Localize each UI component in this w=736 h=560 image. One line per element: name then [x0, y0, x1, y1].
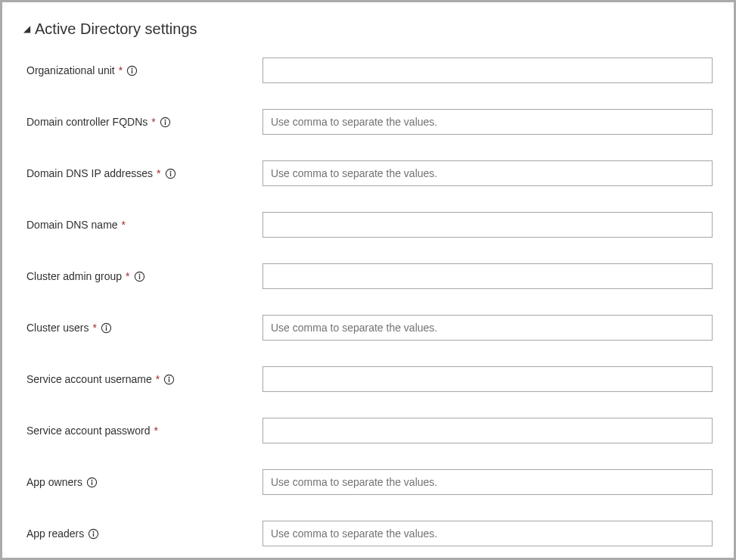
- domain-dns-ip-addresses-input[interactable]: [262, 160, 713, 186]
- row-domain-controller-fqdns: Domain controller FQDNs *: [23, 109, 713, 135]
- svg-rect-11: [138, 275, 139, 279]
- label-area: Domain controller FQDNs *: [26, 116, 262, 128]
- section-title: Active Directory settings: [35, 20, 197, 38]
- label-area: App readers: [26, 527, 262, 540]
- svg-point-1: [132, 67, 133, 69]
- label-area: Cluster users *: [26, 322, 262, 334]
- required-mark: *: [119, 65, 123, 76]
- label-area: Service account password *: [26, 425, 262, 437]
- label-organizational-unit: Organizational unit: [26, 64, 115, 76]
- svg-point-7: [169, 170, 171, 172]
- info-icon[interactable]: [86, 477, 98, 488]
- svg-rect-2: [132, 70, 132, 73]
- svg-rect-23: [93, 533, 94, 537]
- organizational-unit-input[interactable]: [262, 58, 713, 83]
- required-mark: *: [156, 374, 160, 384]
- required-mark: *: [157, 168, 160, 179]
- info-icon[interactable]: [126, 65, 138, 76]
- label-domain-dns-name: Domain DNS name: [26, 219, 118, 231]
- info-icon[interactable]: [101, 322, 112, 334]
- row-cluster-users: Cluster users *: [23, 315, 713, 341]
- required-mark: *: [122, 219, 126, 230]
- label-area: Cluster admin group *: [26, 270, 262, 282]
- svg-point-19: [92, 479, 93, 481]
- app-readers-input[interactable]: [262, 521, 713, 546]
- required-mark: *: [92, 322, 96, 333]
- cluster-users-input[interactable]: [262, 315, 713, 341]
- row-service-account-username: Service account username *: [23, 366, 713, 392]
- svg-point-22: [93, 530, 95, 532]
- label-area: App owners: [26, 476, 262, 488]
- row-service-account-password: Service account password *: [23, 418, 713, 443]
- svg-point-4: [164, 119, 166, 120]
- label-area: Organizational unit *: [26, 64, 262, 76]
- label-cluster-admin-group: Cluster admin group: [26, 270, 122, 282]
- info-icon[interactable]: [134, 271, 145, 282]
- collapse-icon: ◢: [23, 24, 30, 33]
- required-mark: *: [151, 117, 155, 127]
- service-account-password-input[interactable]: [262, 418, 713, 443]
- label-app-owners: App owners: [26, 476, 82, 488]
- svg-rect-5: [165, 121, 166, 125]
- label-area: Service account username *: [26, 373, 262, 385]
- svg-rect-14: [106, 327, 107, 331]
- row-cluster-admin-group: Cluster admin group *: [23, 263, 713, 289]
- section-header[interactable]: ◢ Active Directory settings: [23, 20, 713, 38]
- label-area: Domain DNS name *: [26, 219, 262, 231]
- row-organizational-unit: Organizational unit *: [23, 58, 713, 83]
- row-app-readers: App readers: [23, 521, 713, 546]
- info-icon[interactable]: [163, 374, 175, 385]
- label-cluster-users: Cluster users: [26, 322, 89, 334]
- required-mark: *: [126, 271, 129, 282]
- row-domain-dns-ip-addresses: Domain DNS IP addresses *: [23, 160, 713, 186]
- svg-point-16: [169, 376, 170, 378]
- label-service-account-username: Service account username: [26, 373, 152, 385]
- app-owners-input[interactable]: [262, 469, 713, 495]
- info-icon[interactable]: [160, 117, 171, 128]
- label-service-account-password: Service account password: [26, 425, 150, 437]
- label-app-readers: App readers: [26, 527, 84, 540]
- svg-point-13: [105, 325, 107, 326]
- info-icon[interactable]: [88, 528, 99, 540]
- info-icon[interactable]: [165, 168, 176, 179]
- label-area: Domain DNS IP addresses *: [26, 167, 262, 179]
- row-domain-dns-name: Domain DNS name *: [23, 212, 713, 238]
- required-mark: *: [154, 425, 157, 436]
- label-domain-controller-fqdns: Domain controller FQDNs: [26, 116, 148, 128]
- svg-point-10: [138, 273, 140, 275]
- label-domain-dns-ip-addresses: Domain DNS IP addresses: [26, 167, 153, 179]
- svg-rect-8: [169, 173, 170, 176]
- service-account-username-input[interactable]: [262, 366, 713, 392]
- svg-rect-20: [92, 481, 92, 485]
- domain-controller-fqdns-input[interactable]: [262, 109, 713, 135]
- cluster-admin-group-input[interactable]: [262, 263, 713, 289]
- row-app-owners: App owners: [23, 469, 713, 495]
- domain-dns-name-input[interactable]: [262, 212, 713, 238]
- svg-rect-17: [169, 378, 169, 382]
